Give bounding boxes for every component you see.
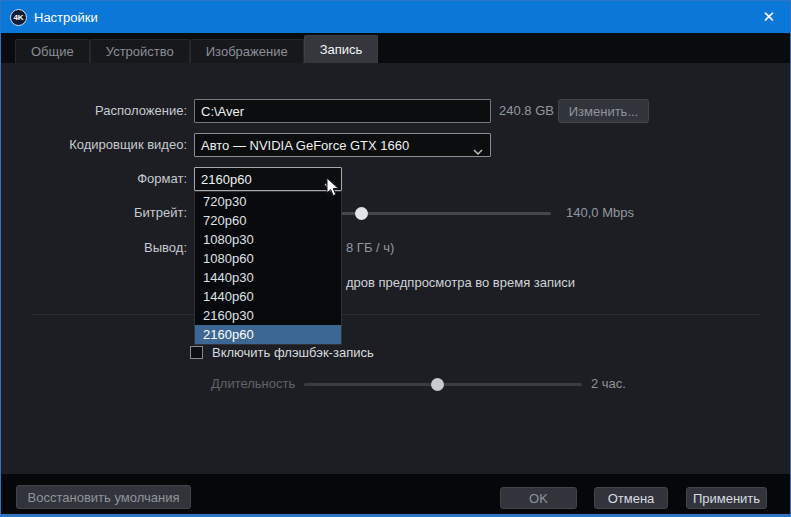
location-input[interactable] — [194, 99, 491, 123]
bitrate-value: 140,0 Mbps — [566, 205, 634, 220]
footer-bar: Восстановить умолчания OK Отмена Примени… — [1, 474, 790, 515]
separator — [31, 314, 761, 315]
format-option[interactable]: 720p60 — [195, 211, 341, 230]
close-button[interactable]: ✕ — [758, 1, 779, 33]
restore-defaults-button[interactable]: Восстановить умолчания — [16, 485, 191, 509]
format-option[interactable]: 1440p60 — [195, 287, 341, 306]
tab-device[interactable]: Устройство — [90, 39, 190, 63]
format-label: Формат: — [1, 171, 187, 187]
duration-label: Длительность — [211, 376, 295, 391]
free-space-text: 240.8 GB — [499, 103, 554, 118]
format-option[interactable]: 720p30 — [195, 192, 341, 211]
tab-record[interactable]: Запись — [304, 35, 379, 63]
format-option-selected[interactable]: 2160p60 — [195, 325, 341, 344]
app-logo-icon: 4K — [10, 9, 27, 26]
preview-fps-label: дров предпросмотра во время записи — [346, 275, 575, 290]
format-option[interactable]: 1440p30 — [195, 268, 341, 287]
settings-window: 4K Настройки ✕ Общие Устройство Изображе… — [0, 0, 791, 517]
format-option[interactable]: 1080p60 — [195, 249, 341, 268]
tab-bar: Общие Устройство Изображение Запись — [1, 33, 790, 63]
flashback-label: Включить флэшбэк-запись — [212, 345, 374, 360]
titlebar: 4K Настройки ✕ — [1, 1, 790, 33]
change-location-button[interactable]: Изменить... — [558, 99, 649, 123]
encoder-label: Кодировщик видео: — [1, 137, 187, 153]
tab-image[interactable]: Изображение — [190, 39, 304, 63]
format-select[interactable]: 2160p60 — [194, 167, 342, 191]
bitrate-slider-thumb[interactable] — [355, 207, 368, 220]
format-option[interactable]: 2160p30 — [195, 306, 341, 325]
location-label: Расположение: — [1, 103, 187, 119]
encoder-select[interactable]: Авто — NVIDIA GeForce GTX 1660 — [194, 133, 491, 157]
chevron-down-icon — [473, 143, 483, 158]
format-option[interactable]: 1080p30 — [195, 230, 341, 249]
duration-value: 2 час. — [591, 376, 626, 391]
output-label: Вывод: — [1, 240, 187, 256]
window-title: Настройки — [34, 10, 98, 25]
format-dropdown-list: 720p30 720p60 1080p30 1080p60 1440p30 14… — [194, 191, 342, 345]
output-value: 8 ГБ / ч) — [346, 240, 394, 255]
flashback-checkbox[interactable] — [190, 346, 203, 359]
mouse-cursor — [326, 177, 340, 200]
duration-slider-thumb[interactable] — [431, 378, 444, 391]
bitrate-label: Битрейт: — [1, 205, 187, 221]
apply-button[interactable]: Применить — [686, 487, 767, 509]
record-settings-panel: Расположение: 240.8 GB Изменить... Кодир… — [1, 63, 790, 474]
ok-button[interactable]: OK — [500, 487, 577, 509]
cancel-button[interactable]: Отмена — [594, 487, 668, 509]
format-value: 2160p60 — [201, 172, 252, 187]
tab-general[interactable]: Общие — [15, 39, 90, 63]
encoder-value: Авто — NVIDIA GeForce GTX 1660 — [201, 138, 409, 153]
